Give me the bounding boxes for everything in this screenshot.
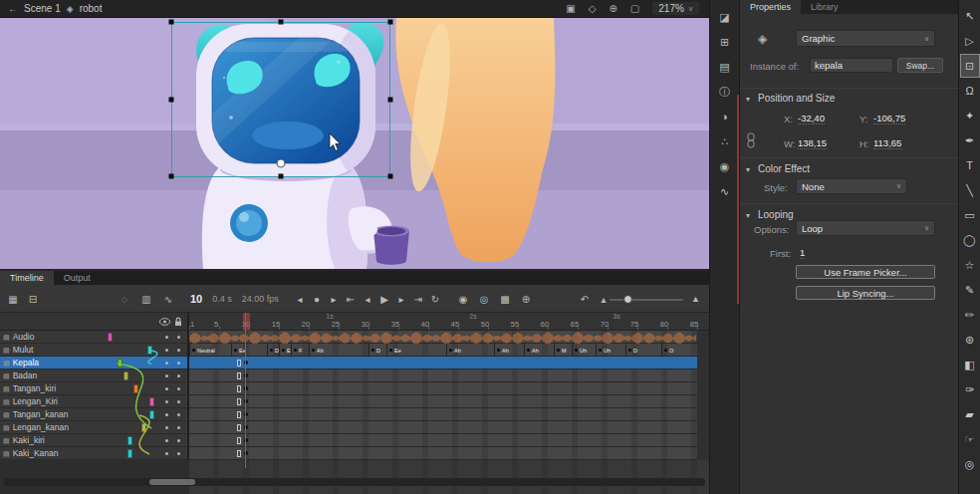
layer-color-swatch[interactable] bbox=[127, 436, 132, 445]
frame-row-kaki_kanan[interactable] bbox=[189, 447, 697, 460]
text-tool-icon[interactable]: T bbox=[960, 153, 980, 177]
layer-lock-dot[interactable] bbox=[177, 374, 180, 377]
collapse-arrow-icon[interactable]: ▾ bbox=[746, 95, 750, 104]
layer-row-audio[interactable]: ▤Audio bbox=[0, 331, 187, 344]
ruler-track[interactable]: 15101520253035404550556065707580851s2s3s bbox=[189, 313, 709, 331]
y-value[interactable]: -106,75 bbox=[873, 113, 905, 124]
layer-color-swatch[interactable] bbox=[118, 359, 122, 368]
timeline-zoom-slider[interactable] bbox=[610, 299, 683, 301]
back-icon[interactable]: ← bbox=[8, 3, 18, 14]
style-dropdown[interactable]: None ∨ bbox=[796, 178, 907, 194]
layer-visibility-dot[interactable] bbox=[165, 336, 168, 339]
align-panel-icon[interactable]: ⊞ bbox=[711, 31, 739, 53]
layer-lock-dot[interactable] bbox=[177, 452, 180, 455]
playhead-line[interactable] bbox=[245, 313, 246, 468]
next-keyframe-icon[interactable]: ▸ bbox=[329, 294, 339, 305]
onion-skin-outlines-icon[interactable]: ◎ bbox=[479, 294, 489, 305]
eraser-tool-icon[interactable]: ▰ bbox=[960, 402, 980, 426]
loop-playback-icon[interactable]: ↻ bbox=[430, 294, 440, 305]
color-effect-header[interactable]: Color Effect bbox=[758, 163, 810, 174]
selection-tool-icon[interactable]: ↖ bbox=[960, 4, 980, 28]
insert-frame-icon[interactable]: ▦ bbox=[8, 294, 18, 305]
layer-lock-dot[interactable] bbox=[177, 349, 180, 352]
layer-row-badan[interactable]: ▤Badan bbox=[0, 370, 187, 382]
step-forward-icon[interactable]: ▸ bbox=[396, 294, 406, 305]
tab-timeline[interactable]: Timeline bbox=[0, 271, 54, 285]
graph-panel-icon[interactable]: ∿ bbox=[711, 180, 739, 202]
layer-color-swatch[interactable] bbox=[149, 397, 154, 406]
layer-row-mulut[interactable]: ▤Mulut bbox=[0, 344, 187, 357]
line-tool-icon[interactable]: ╲ bbox=[960, 178, 980, 202]
symbol-breadcrumb[interactable]: robot bbox=[80, 3, 103, 14]
layer-lock-dot[interactable] bbox=[177, 439, 180, 442]
layer-visibility-dot[interactable] bbox=[165, 374, 168, 377]
polystar-tool-icon[interactable]: ☆ bbox=[960, 253, 980, 277]
asset-warp-tool-icon[interactable]: ⊛ bbox=[960, 328, 980, 352]
scene-breadcrumb[interactable]: Scene 1 bbox=[24, 3, 61, 14]
layer-color-swatch[interactable] bbox=[141, 423, 146, 432]
frame-row-tangan_kanan[interactable] bbox=[189, 408, 697, 421]
layer-row-kaki_kiri[interactable]: ▤Kaki_kiri bbox=[0, 434, 187, 447]
layer-row-tangan_kiri[interactable]: ▤Tangan_kiri bbox=[0, 382, 187, 395]
rectangle-tool-icon[interactable]: ▭ bbox=[960, 203, 980, 227]
magic-wand-tool-icon[interactable]: ✦ bbox=[960, 104, 980, 127]
zoom-tool-icon[interactable]: ◎ bbox=[960, 452, 980, 476]
layer-lock-dot[interactable] bbox=[177, 336, 180, 339]
layer-visibility-dot[interactable] bbox=[165, 400, 168, 403]
frame-rate[interactable]: 24.00 fps bbox=[242, 294, 279, 304]
layer-visibility-dot[interactable] bbox=[165, 413, 168, 416]
scrollbar-thumb[interactable] bbox=[149, 479, 195, 485]
frame-row-audio[interactable] bbox=[189, 331, 697, 344]
reset-zoom-icon[interactable]: ↶ bbox=[580, 294, 590, 305]
oval-tool-icon[interactable]: ◯ bbox=[960, 228, 980, 252]
onion-skin-icon[interactable]: ◉ bbox=[458, 294, 468, 305]
play-icon[interactable]: ▶ bbox=[379, 294, 389, 305]
layer-color-swatch[interactable] bbox=[149, 410, 154, 419]
frame-row-badan[interactable] bbox=[189, 370, 697, 382]
current-frame-indicator[interactable]: 10 bbox=[190, 293, 202, 305]
swatches-panel-icon[interactable]: ◉ bbox=[711, 155, 739, 177]
edit-frame-range-icon[interactable]: ▩ bbox=[500, 294, 510, 305]
lock-column-icon[interactable] bbox=[174, 317, 182, 327]
frame-grid-rows[interactable]: NeutralEeDEFAhDEeAhAhAhMUhUhDO bbox=[189, 331, 709, 460]
zoom-out-icon[interactable]: ▴ bbox=[599, 294, 609, 305]
hand-tool-icon[interactable]: ☞ bbox=[960, 427, 980, 451]
timeline-horizontal-scrollbar[interactable] bbox=[4, 478, 705, 486]
onion-skin-marker-icon[interactable]: ◌ bbox=[120, 294, 129, 305]
libraries-panel-icon[interactable]: ▤ bbox=[711, 56, 739, 78]
record-dot-icon[interactable]: ● bbox=[312, 294, 322, 305]
lasso-tool-icon[interactable]: Ω bbox=[960, 79, 980, 103]
center-playhead-icon[interactable]: ⊕ bbox=[521, 294, 531, 305]
stage[interactable] bbox=[0, 18, 709, 269]
last-frame-icon[interactable]: ⇥ bbox=[413, 294, 423, 305]
subselection-tool-icon[interactable]: ▷ bbox=[960, 29, 980, 53]
layer-lock-dot[interactable] bbox=[177, 413, 180, 416]
frame-row-mulut[interactable]: NeutralEeDEFAhDEeAhAhAhMUhUhDO bbox=[189, 344, 697, 357]
layer-lock-dot[interactable] bbox=[177, 387, 180, 390]
tab-library[interactable]: Library bbox=[801, 0, 849, 14]
frame-row-kepala[interactable] bbox=[189, 357, 697, 370]
lip-syncing-button[interactable]: Lip Syncing... bbox=[796, 286, 935, 300]
symbol-type-dropdown[interactable]: Graphic ∨ bbox=[796, 30, 935, 47]
collapse-arrow-icon[interactable]: ▾ bbox=[746, 165, 750, 174]
layer-lock-dot[interactable] bbox=[177, 400, 180, 403]
graph-editor-icon[interactable]: ∿ bbox=[163, 294, 173, 305]
eyedropper-tool-icon[interactable]: ✑ bbox=[960, 377, 980, 401]
swap-button[interactable]: Swap... bbox=[897, 58, 943, 73]
layer-row-lengan_kanan[interactable]: ▤Lengan_kanan bbox=[0, 421, 187, 434]
h-value[interactable]: 113,65 bbox=[873, 137, 901, 149]
brushes-panel-icon[interactable]: ∴ bbox=[711, 130, 739, 152]
layer-color-swatch[interactable] bbox=[108, 333, 113, 342]
first-value[interactable]: 1 bbox=[800, 247, 805, 259]
pencil-tool-icon[interactable]: ✎ bbox=[960, 278, 980, 302]
position-size-header[interactable]: Position and Size bbox=[758, 93, 835, 104]
layer-row-kaki_kanan[interactable]: ▤Kaki_Kanan bbox=[0, 447, 187, 460]
paint-brush-tool-icon[interactable]: ✏ bbox=[960, 303, 980, 327]
layer-row-tangan_kanan[interactable]: ▤Tangan_kanan bbox=[0, 408, 187, 421]
layer-visibility-dot[interactable] bbox=[165, 439, 168, 442]
w-value[interactable]: 138,15 bbox=[798, 137, 827, 149]
eye-column-icon[interactable] bbox=[159, 318, 170, 326]
edit-symbols-icon[interactable]: ◇ bbox=[589, 3, 597, 14]
tab-output[interactable]: Output bbox=[54, 271, 101, 285]
center-stage-icon[interactable]: ⊕ bbox=[609, 3, 616, 14]
